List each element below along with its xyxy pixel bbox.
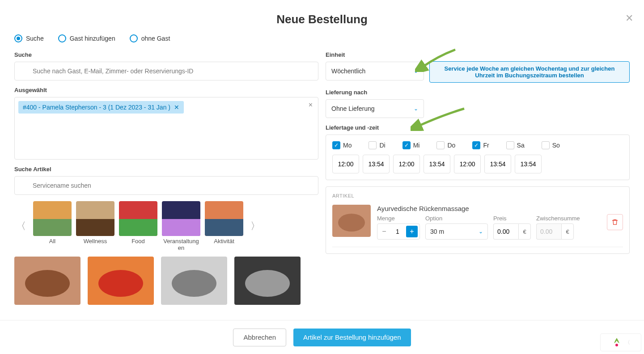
guest-mode-radios: Suche Gast hinzufügen ohne Gast — [14, 34, 630, 42]
search-label: Suche — [14, 51, 318, 58]
subtotal-input — [536, 223, 561, 240]
article-search-input[interactable] — [14, 176, 318, 195]
time-input[interactable] — [484, 155, 511, 173]
qty-input[interactable] — [391, 228, 404, 235]
quantity-stepper: − + — [377, 223, 420, 240]
time-input[interactable] — [424, 155, 450, 173]
product-item[interactable] — [88, 257, 154, 305]
category-image — [33, 201, 72, 236]
article-header: ARTIKEL — [332, 193, 623, 198]
radio-add-guest[interactable]: Gast hinzufügen — [58, 34, 115, 42]
qty-decrease-button[interactable]: − — [377, 224, 391, 239]
qty-label: Menge — [377, 215, 420, 222]
radio-no-guest[interactable]: ohne Gast — [130, 34, 170, 42]
svg-rect-13 — [205, 219, 243, 236]
chevron-down-icon: ⌄ — [414, 68, 418, 74]
day-checkbox-item[interactable]: Sa — [506, 141, 525, 149]
currency-label: € — [561, 223, 574, 240]
day-label: Mi — [413, 142, 420, 149]
footer: Abbrechen Artikel zur Bestellung hinzufü… — [0, 320, 644, 354]
selected-guests-area: × #400 - Pamela Stepherson - 3 (1 Dez 20… — [14, 97, 318, 160]
qty-increase-button[interactable]: + — [406, 226, 418, 237]
time-input[interactable] — [332, 155, 359, 173]
day-checkbox-item[interactable]: ✓Mo — [332, 141, 352, 149]
product-image — [161, 257, 227, 305]
checkbox-icon: ✓ — [402, 141, 411, 149]
day-checkbox-item[interactable]: ✓Mi — [402, 141, 420, 149]
delivery-days-label: Liefertage und -zeit — [326, 124, 630, 131]
product-item[interactable] — [14, 257, 80, 305]
unit-label: Einheit — [326, 51, 424, 58]
unit-select[interactable]: Wöchentlich⌄ — [326, 62, 424, 80]
category-item[interactable]: Food — [119, 201, 157, 251]
checkbox-icon: ✓ — [472, 141, 480, 149]
day-label: Do — [447, 142, 455, 149]
svg-point-23 — [338, 214, 365, 232]
add-article-button[interactable]: Artikel zur Bestellung hinzufügen — [293, 329, 411, 346]
svg-rect-9 — [119, 219, 157, 236]
cancel-button[interactable]: Abbrechen — [233, 329, 286, 346]
clear-selected-button[interactable]: × — [309, 101, 313, 109]
time-input[interactable] — [454, 155, 481, 173]
delete-article-button[interactable] — [607, 214, 623, 230]
day-label: So — [552, 142, 560, 149]
chevron-down-icon: ⌄ — [414, 105, 418, 112]
product-item[interactable] — [234, 257, 301, 305]
category-item[interactable]: All — [33, 201, 72, 251]
time-input[interactable] — [393, 155, 420, 173]
day-checkbox-item[interactable]: ✓Fr — [472, 141, 489, 149]
day-checkbox-item[interactable]: Di — [369, 141, 385, 149]
product-image — [88, 257, 154, 305]
svg-point-17 — [98, 270, 143, 297]
logo-icon — [611, 337, 622, 348]
delivery-days-box: ✓MoDi✓MiDo✓FrSaSo — [326, 135, 630, 180]
product-item[interactable] — [161, 257, 227, 305]
carousel-next-button[interactable]: 〉 — [249, 219, 262, 233]
product-image — [234, 257, 301, 305]
day-checkbox-item[interactable]: So — [542, 141, 560, 149]
category-image — [205, 201, 243, 236]
radio-icon — [130, 34, 138, 42]
delivery-label: Lieferung nach — [326, 89, 630, 96]
checkbox-icon — [436, 141, 445, 149]
option-select[interactable]: 30 m⌄ — [425, 223, 488, 240]
search-input[interactable] — [14, 62, 318, 80]
time-input[interactable] — [515, 155, 542, 173]
day-label: Mo — [343, 142, 352, 149]
remove-chip-icon[interactable]: ✕ — [174, 104, 179, 111]
price-input[interactable] — [493, 223, 518, 240]
category-image — [162, 201, 200, 236]
product-image — [14, 257, 80, 305]
category-label: Wellness — [76, 238, 114, 244]
category-item[interactable]: Wellness — [76, 201, 114, 251]
category-item[interactable]: Aktivität — [205, 201, 243, 251]
currency-label: € — [518, 223, 531, 240]
svg-point-21 — [245, 270, 290, 297]
category-item[interactable]: Veranstaltungen — [162, 201, 200, 251]
svg-point-24 — [615, 344, 618, 346]
svg-rect-7 — [76, 219, 114, 236]
chevron-left-icon: 〈 — [625, 339, 630, 346]
chevron-down-icon: ⌄ — [479, 228, 483, 235]
category-label: Aktivität — [205, 238, 243, 244]
category-label: Veranstaltungen — [162, 238, 200, 251]
checkbox-icon — [506, 141, 514, 149]
logo-corner[interactable]: 〈 — [600, 333, 641, 351]
carousel-prev-button[interactable]: 〈 — [14, 219, 28, 233]
category-label: All — [33, 238, 72, 244]
category-label: Food — [119, 238, 157, 244]
unit-hint: Service jede Woche am gleichen Wochentag… — [429, 61, 630, 83]
time-input[interactable] — [363, 155, 390, 173]
product-grid — [14, 257, 318, 305]
search-article-label: Suche Artikel — [14, 166, 318, 173]
day-checkbox-item[interactable]: Do — [436, 141, 455, 149]
category-image — [76, 201, 114, 236]
article-box: ARTIKEL Ayurvedische Rückenmassage Menge… — [326, 186, 630, 254]
selected-guest-chip: #400 - Pamela Stepherson - 3 (1 Dez 2023… — [18, 101, 184, 114]
svg-rect-5 — [33, 219, 72, 236]
close-button[interactable]: ✕ — [625, 13, 633, 24]
radio-search[interactable]: Suche — [14, 34, 44, 42]
delivery-select[interactable]: Ohne Lieferung⌄ — [326, 99, 424, 118]
subtotal-label: Zwischensumme — [536, 215, 580, 222]
checkbox-icon — [369, 141, 377, 149]
